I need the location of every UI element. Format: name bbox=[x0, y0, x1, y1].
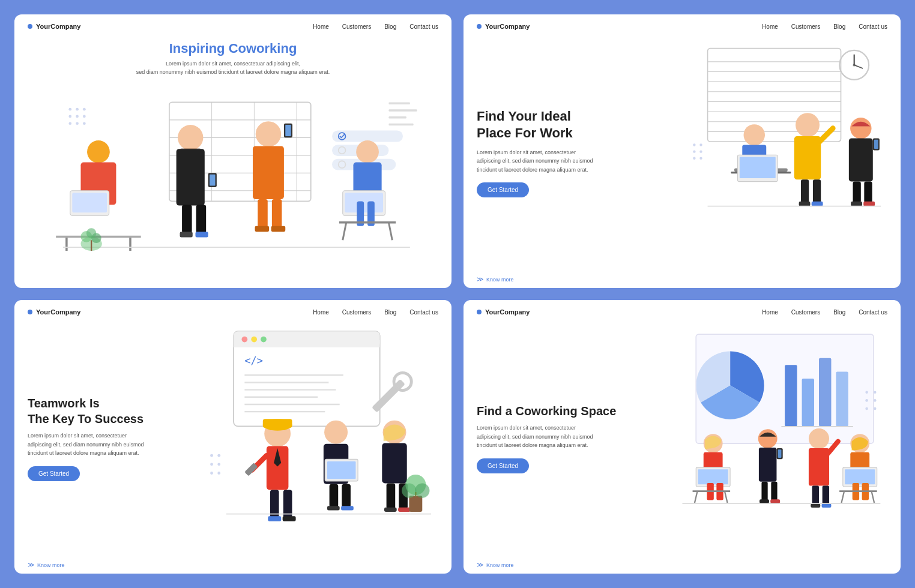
svg-line-181 bbox=[725, 491, 728, 503]
svg-rect-200 bbox=[845, 469, 875, 484]
nav-links-1: Home Customers Blog Contact us bbox=[313, 23, 438, 30]
nav-home-2[interactable]: Home bbox=[762, 23, 778, 30]
brand-label-2: YourCompany bbox=[485, 23, 530, 30]
svg-rect-185 bbox=[772, 482, 778, 501]
card3-title: Teamwork Is The Key To Success bbox=[28, 395, 184, 427]
svg-rect-67 bbox=[707, 49, 841, 142]
svg-rect-35 bbox=[210, 175, 215, 186]
card2-title: Find Your Ideal Place For Work bbox=[477, 108, 662, 142]
card2-get-started[interactable]: Get Started bbox=[477, 182, 529, 197]
card4-title: Find a Coworking Space bbox=[477, 403, 649, 419]
svg-rect-164 bbox=[819, 358, 831, 427]
svg-point-107 bbox=[699, 157, 702, 160]
svg-point-154 bbox=[210, 454, 213, 457]
svg-point-102 bbox=[693, 143, 695, 146]
card1-svg bbox=[28, 81, 438, 258]
svg-point-182 bbox=[758, 429, 778, 448]
svg-rect-91 bbox=[799, 202, 810, 206]
card4-svg bbox=[655, 324, 887, 508]
card3-know-more[interactable]: Know more bbox=[14, 556, 451, 574]
brand-label-1: YourCompany bbox=[36, 23, 80, 30]
nav-contact-1[interactable]: Contact us bbox=[409, 23, 438, 30]
svg-point-112 bbox=[251, 337, 257, 343]
svg-rect-87 bbox=[794, 136, 821, 179]
svg-point-80 bbox=[743, 124, 765, 146]
svg-rect-27 bbox=[72, 193, 107, 212]
svg-point-2 bbox=[83, 108, 86, 111]
svg-rect-36 bbox=[182, 205, 192, 233]
svg-rect-61 bbox=[388, 124, 413, 126]
brand-dot-3 bbox=[28, 310, 32, 314]
card4-body: Find a Coworking Space Lorem ipsum dolor… bbox=[464, 324, 901, 556]
svg-text:</>: </> bbox=[244, 355, 263, 367]
brand-1: YourCompany bbox=[28, 23, 80, 30]
card3-body: Teamwork Is The Key To Success Lorem ips… bbox=[14, 324, 451, 556]
svg-rect-195 bbox=[811, 503, 821, 508]
svg-rect-184 bbox=[762, 482, 768, 501]
nav-home-3[interactable]: Home bbox=[313, 309, 329, 316]
svg-rect-125 bbox=[263, 419, 292, 428]
svg-point-106 bbox=[693, 157, 695, 160]
card4-get-started[interactable]: Get Started bbox=[477, 458, 529, 473]
card2-svg bbox=[668, 38, 887, 225]
nav-customers-4[interactable]: Customers bbox=[791, 309, 820, 316]
svg-point-6 bbox=[68, 122, 71, 125]
nav-links-3: Home Customers Blog Contact us bbox=[313, 309, 438, 316]
card2-know-more[interactable]: Know more bbox=[464, 271, 901, 288]
svg-rect-196 bbox=[822, 503, 832, 508]
svg-point-105 bbox=[699, 150, 702, 152]
nav-blog-3[interactable]: Blog bbox=[384, 309, 396, 316]
svg-rect-133 bbox=[283, 516, 296, 521]
nav-customers-2[interactable]: Customers bbox=[791, 23, 820, 30]
svg-rect-39 bbox=[195, 232, 208, 237]
svg-point-24 bbox=[87, 140, 110, 163]
svg-line-180 bbox=[695, 491, 698, 503]
nav-customers-3[interactable]: Customers bbox=[342, 309, 371, 316]
nav-customers-1[interactable]: Customers bbox=[342, 23, 371, 30]
svg-point-3 bbox=[68, 115, 71, 118]
svg-point-113 bbox=[261, 337, 267, 343]
nav-blog-1[interactable]: Blog bbox=[384, 23, 396, 30]
svg-point-155 bbox=[217, 454, 220, 457]
svg-rect-96 bbox=[874, 140, 878, 149]
svg-rect-59 bbox=[388, 109, 417, 112]
svg-line-79 bbox=[854, 65, 863, 68]
svg-line-205 bbox=[872, 491, 875, 503]
card-inspiring-coworking: YourCompany Home Customers Blog Contact … bbox=[14, 14, 451, 288]
nav-contact-4[interactable]: Contact us bbox=[859, 309, 887, 316]
nav-contact-3[interactable]: Contact us bbox=[409, 309, 438, 316]
svg-rect-183 bbox=[759, 448, 777, 482]
brand-2: YourCompany bbox=[477, 23, 530, 30]
nav-contact-2[interactable]: Contact us bbox=[859, 23, 887, 30]
svg-rect-97 bbox=[853, 182, 860, 203]
card3-get-started[interactable]: Get Started bbox=[28, 466, 80, 481]
svg-rect-194 bbox=[823, 486, 829, 505]
nav-home-4[interactable]: Home bbox=[762, 309, 778, 316]
card3-svg: </> bbox=[190, 324, 438, 529]
card4-know-more[interactable]: Know more bbox=[464, 556, 901, 574]
svg-rect-137 bbox=[327, 461, 355, 479]
svg-point-7 bbox=[76, 122, 79, 125]
svg-point-8 bbox=[83, 122, 86, 125]
svg-point-151 bbox=[415, 484, 429, 498]
card-teamwork: YourCompany Home Customers Blog Contact … bbox=[14, 300, 451, 574]
svg-rect-98 bbox=[864, 182, 872, 203]
card1-illustration bbox=[28, 81, 438, 278]
card4-text: Find a Coworking Space Lorem ipsum dolor… bbox=[477, 324, 649, 547]
nav-blog-2[interactable]: Blog bbox=[833, 23, 845, 30]
svg-point-158 bbox=[210, 472, 213, 475]
svg-rect-148 bbox=[409, 496, 422, 512]
svg-point-31 bbox=[178, 125, 203, 150]
svg-rect-176 bbox=[698, 469, 728, 484]
svg-rect-90 bbox=[813, 179, 821, 203]
navbar-3: YourCompany Home Customers Blog Contact … bbox=[14, 300, 451, 324]
svg-point-168 bbox=[874, 391, 877, 394]
nav-blog-4[interactable]: Blog bbox=[833, 309, 845, 316]
svg-point-111 bbox=[241, 337, 247, 343]
svg-rect-38 bbox=[180, 232, 193, 237]
svg-rect-47 bbox=[271, 226, 286, 232]
svg-rect-165 bbox=[836, 372, 848, 427]
card1-body: Inspiring Coworking Lorem ipsum dolor si… bbox=[14, 38, 451, 288]
nav-home-1[interactable]: Home bbox=[313, 23, 329, 30]
brand-dot-1 bbox=[28, 24, 32, 29]
